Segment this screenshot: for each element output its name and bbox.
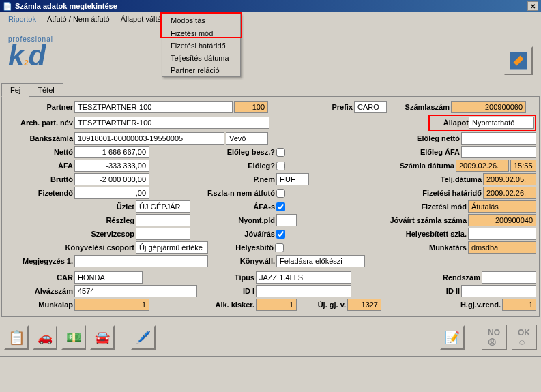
dropdown-fizetesi-mod[interactable]: Fizetési mód: [162, 27, 240, 40]
lbl-helyesbitett-szla: Helyesbített szla.: [364, 230, 467, 238]
konyvelesi-csoport-field[interactable]: [136, 241, 208, 254]
szamla-time-field[interactable]: [510, 160, 536, 172]
eloleg-besz-check[interactable]: [276, 148, 285, 157]
lbl-szamlaszam: Számlaszám: [388, 103, 450, 111]
lbl-pnem: P.nem: [200, 175, 275, 183]
lbl-afa-s: ÁFA-s: [220, 202, 275, 211]
tab-fej[interactable]: Fej: [1, 83, 29, 97]
helyesbito-check[interactable]: [275, 243, 284, 252]
lbl-nyomt-pld: Nyomt.pld: [220, 216, 275, 224]
menu-atfuto[interactable]: Átfutó / Nem átfutó: [42, 14, 115, 25]
hgjvrend-field[interactable]: [502, 299, 536, 311]
car-field[interactable]: [74, 271, 143, 284]
car-icon: 🚗: [38, 330, 53, 345]
partner-code-field[interactable]: [234, 101, 268, 113]
lbl-szamla-datuma: Számla dátuma: [379, 162, 454, 170]
lbl-fizetesi-hatarido: Fizetési határidő: [400, 189, 482, 197]
pnem-field[interactable]: [276, 173, 309, 185]
helyesbitett-szla-field[interactable]: [468, 228, 536, 240]
tabs: Fej Tétel: [1, 83, 540, 96]
lbl-bankszamla: Bankszámla: [5, 134, 73, 142]
lbl-megjegyzes1: Megjegyzés 1.: [5, 257, 73, 265]
lbl-id2: ID II: [426, 287, 460, 295]
szamla-datuma-field[interactable]: [456, 160, 509, 172]
settings-button[interactable]: [504, 46, 533, 75]
lbl-car: CAR: [5, 273, 73, 282]
afa-field[interactable]: [74, 160, 149, 172]
prefix-field[interactable]: [354, 101, 387, 113]
allapot-field[interactable]: [469, 117, 534, 129]
munkatars-field[interactable]: [468, 241, 536, 254]
dropdown-partner-relacio[interactable]: Partner reláció: [162, 64, 240, 76]
nyomt-pld-field[interactable]: [276, 214, 297, 226]
uj-gj-v-field[interactable]: [347, 299, 381, 311]
jovair-szamla-szama-field[interactable]: [468, 214, 536, 226]
szervizcsop-field[interactable]: [136, 228, 190, 240]
lbl-uj-gj-v: Új. gj. v.: [298, 301, 346, 309]
car-orange-button[interactable]: 🚗: [33, 325, 57, 350]
lbl-reszleg: Részleg: [5, 216, 134, 224]
edit-button[interactable]: 🖊️: [131, 325, 156, 350]
menu-riportok[interactable]: Riportok: [3, 14, 42, 25]
eloleg-netto-field[interactable]: [461, 132, 536, 145]
reszleg-field[interactable]: [136, 214, 190, 226]
dropdown-teljesites-datuma[interactable]: Teljesítés dátuma: [162, 52, 240, 64]
lbl-arch-part-nev: Arch. part. név: [5, 119, 73, 127]
report-button[interactable]: 📋: [4, 325, 29, 350]
window-title: Számla adatok megtekintése: [15, 2, 117, 10]
note-button[interactable]: 📝: [440, 325, 465, 350]
lbl-szervizcsop: Szervizcsop: [5, 230, 134, 238]
rendszam-field[interactable]: [482, 271, 536, 284]
lbl-netto: Nettó: [5, 148, 73, 156]
tipus-field[interactable]: [256, 271, 351, 284]
netto-field[interactable]: [74, 146, 149, 158]
alvazszam-field[interactable]: [74, 285, 197, 297]
lbl-munkalap: Munkalap: [5, 301, 73, 309]
szamlaszam-field[interactable]: [451, 101, 526, 113]
money-button[interactable]: 💵: [61, 325, 86, 350]
lbl-afa: ÁFA: [5, 162, 73, 170]
eloleg-afa-field[interactable]: [461, 146, 536, 158]
alk-kisker-field[interactable]: [256, 299, 297, 311]
megjegyzes1-field[interactable]: [74, 255, 208, 267]
bankszamla-field[interactable]: [74, 132, 224, 145]
car-red-button[interactable]: 🚘: [90, 325, 115, 350]
lbl-munkatars: Munkatárs: [385, 243, 467, 252]
tab-tetel[interactable]: Tétel: [29, 83, 63, 96]
lbl-partner: Partner: [5, 103, 73, 111]
lbl-jovairas: Jóváírás: [220, 230, 275, 238]
uzlet-field[interactable]: [136, 200, 190, 213]
fizetendo-field[interactable]: [74, 187, 149, 199]
no-button[interactable]: NO☹: [481, 325, 507, 350]
partner-field[interactable]: [74, 101, 233, 113]
jovairas-check[interactable]: [276, 230, 285, 239]
fizetesi-mod-field[interactable]: [468, 200, 536, 213]
dropdown-modositas-header[interactable]: Módosítás: [162, 14, 240, 27]
lbl-fizetesi-mod: Fizetési mód: [385, 202, 467, 211]
close-button[interactable]: ✕: [527, 1, 538, 11]
arch-part-nev-field[interactable]: [74, 117, 269, 129]
lbl-fszla-nem-atfuto: F.szla-n nem átfutó: [186, 189, 275, 197]
ok-button[interactable]: OK☺: [511, 325, 537, 350]
lbl-allapot: Állapot: [430, 119, 469, 127]
toolbar: 📋 🚗 💵 🚘 🖊️ 📝 NO☹ OK☺: [0, 320, 541, 355]
brutto-field[interactable]: [74, 173, 149, 185]
id2-field[interactable]: [461, 285, 536, 297]
dropdown-fizetesi-hatarido[interactable]: Fizetési határidő: [162, 40, 240, 52]
munkalap-field[interactable]: [74, 299, 149, 311]
fszla-nem-atfuto-check[interactable]: [276, 189, 285, 198]
lbl-helyesbito: Helyesbítő: [209, 243, 274, 252]
lbl-prefix: Prefix: [312, 103, 353, 111]
konyv-all-field[interactable]: [276, 255, 365, 267]
lbl-alk-kisker: Alk. kisker.: [193, 301, 254, 309]
afa-s-check[interactable]: [276, 202, 285, 211]
app-icon: 📄: [3, 2, 12, 11]
telj-datuma-field[interactable]: [483, 173, 536, 185]
bank-type-field[interactable]: [226, 132, 268, 145]
eloleg-check[interactable]: [276, 162, 285, 170]
menubar: Riportok Átfutó / Nem átfutó Állapot vál…: [0, 12, 541, 80]
lbl-fizetendo: Fizetendő: [5, 189, 73, 197]
id1-field[interactable]: [256, 285, 351, 297]
fizetesi-hatarido-field[interactable]: [483, 187, 536, 199]
lbl-hgjvrend: H.gj.v.rend.: [439, 301, 501, 309]
